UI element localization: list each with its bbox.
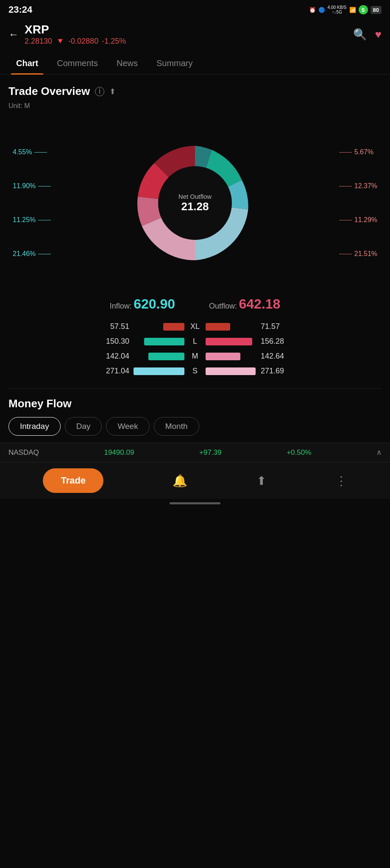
flow-l-right-val: 156.28 xyxy=(261,337,299,346)
flow-m-left-bar xyxy=(134,353,184,360)
tab-comments[interactable]: Comments xyxy=(47,53,107,74)
battery-badge: 80 xyxy=(370,6,382,14)
line-left-2 xyxy=(38,186,51,186)
trade-overview-title: Trade Overview xyxy=(8,85,90,98)
chart-label-right-4: 21.51% xyxy=(339,250,377,258)
price-change: -0.02880 xyxy=(68,37,98,46)
flow-row-s: 271.04 S 271.69 xyxy=(8,367,382,376)
nasdaq-chevron-icon[interactable]: ∧ xyxy=(376,448,382,457)
share-icon[interactable]: ⬆ xyxy=(109,87,116,96)
flow-m-category: M xyxy=(189,352,201,361)
money-flow-section: Money Flow Intraday Day Week Month xyxy=(8,388,382,442)
ticker-price: 2.28130 🔻 -0.02880 -1.25% xyxy=(25,36,126,46)
donut-chart: Net Outflow 21.28 xyxy=(131,139,259,267)
bluetooth-icon: 🔵 xyxy=(318,7,325,13)
flow-xl-right-val: 71.57 xyxy=(261,322,299,331)
bar-m-outflow xyxy=(206,353,240,360)
period-tab-month[interactable]: Month xyxy=(154,417,199,436)
period-tab-intraday[interactable]: Intraday xyxy=(8,417,61,436)
outflow-summary: Outflow: 642.18 xyxy=(209,296,280,312)
bar-l-inflow xyxy=(144,338,184,345)
donut-center: Net Outflow 21.28 xyxy=(178,193,212,213)
ticker-info: XRP 2.28130 🔻 -0.02880 -1.25% xyxy=(25,23,126,46)
chart-label-left-2: 11.90% xyxy=(13,182,51,190)
more-options-button[interactable]: ⋮ xyxy=(335,474,347,488)
tab-news[interactable]: News xyxy=(107,53,147,74)
section-header: Trade Overview i ⬆ xyxy=(8,85,382,98)
line-right-4 xyxy=(339,254,352,254)
line-right-1 xyxy=(339,152,352,153)
chart-label-right-1: 5.67% xyxy=(339,148,377,156)
period-tab-day[interactable]: Day xyxy=(65,417,102,436)
header-left: ← XRP 2.28130 🔻 -0.02880 -1.25% xyxy=(8,23,126,46)
nasdaq-name: NASDAQ xyxy=(8,448,39,457)
flow-summary: Inflow: 620.90 Outflow: 642.18 xyxy=(8,296,382,312)
status-time: 23:24 xyxy=(8,4,32,15)
donut-center-value: 21.28 xyxy=(178,200,212,213)
more-icon: ⋮ xyxy=(335,474,347,487)
price-value: 2.28130 xyxy=(25,37,52,46)
flow-s-right-bar xyxy=(206,367,256,375)
chart-label-left-4: 21.46% xyxy=(13,250,51,258)
chart-label-right-2: 12.37% xyxy=(339,182,377,190)
line-left-1 xyxy=(34,152,47,153)
flow-xl-category: XL xyxy=(189,322,201,331)
flow-s-category: S xyxy=(189,367,201,376)
signal-icon: 📶 xyxy=(349,7,356,13)
flow-m-right-bar xyxy=(206,353,256,360)
bar-s-outflow xyxy=(206,367,256,375)
nasdaq-price: 19490.09 xyxy=(104,448,134,457)
flow-table: 57.51 XL 71.57 150.30 L xyxy=(8,322,382,376)
info-icon[interactable]: i xyxy=(95,87,104,96)
flow-row-m: 142.04 M 142.64 xyxy=(8,352,382,361)
chart-labels-left: 4.55% 11.90% 11.25% 21.46% xyxy=(13,118,51,288)
favorite-button[interactable]: ♥ xyxy=(375,28,382,41)
flow-xl-left-bar xyxy=(134,323,184,331)
notifications-button[interactable]: 🔔 xyxy=(173,474,187,488)
unit-label: Unit: M xyxy=(8,102,382,110)
money-flow-title: Money Flow xyxy=(8,389,382,417)
line-left-4 xyxy=(38,254,51,254)
bar-xl-outflow xyxy=(206,323,230,331)
flow-l-category: L xyxy=(189,337,201,346)
bar-s-inflow xyxy=(134,367,184,375)
chart-labels-right: 5.67% 12.37% 11.29% 21.51% xyxy=(339,118,377,288)
nasdaq-change: +97.39 xyxy=(199,448,221,457)
outflow-value: 642.18 xyxy=(239,296,280,312)
bar-xl-inflow xyxy=(163,323,184,331)
tab-chart[interactable]: Chart xyxy=(7,53,47,74)
bottom-nav: Trade 🔔 ⬆ ⋮ xyxy=(0,462,390,499)
flow-s-right-val: 271.69 xyxy=(261,367,299,376)
flow-s-left-bar xyxy=(134,367,184,375)
period-tabs: Intraday Day Week Month xyxy=(8,417,382,436)
search-button[interactable]: 🔍 xyxy=(353,28,367,41)
flow-l-right-bar xyxy=(206,338,256,345)
bar-m-inflow xyxy=(148,353,184,360)
nasdaq-bar: NASDAQ 19490.09 +97.39 +0.50% ∧ xyxy=(0,442,390,462)
flow-row-l: 150.30 L 156.28 xyxy=(8,337,382,346)
network-type: ↑↓5G xyxy=(332,10,342,14)
share-nav-icon: ⬆ xyxy=(256,474,266,487)
network-speed: 4.00 KB/S xyxy=(328,5,347,10)
chart-label-left-3: 11.25% xyxy=(13,216,51,224)
home-indicator xyxy=(170,502,220,504)
flow-l-left-val: 150.30 xyxy=(91,337,129,346)
alarm-icon: ⏰ xyxy=(309,7,316,13)
tab-summary[interactable]: Summary xyxy=(147,53,202,74)
back-button[interactable]: ← xyxy=(8,28,19,40)
flow-s-left-val: 271.04 xyxy=(91,367,129,376)
flow-l-left-bar xyxy=(134,338,184,345)
inflow-value: 620.90 xyxy=(134,296,175,312)
status-icons: ⏰ 🔵 4.00 KB/S ↑↓5G 📶 $ 80 xyxy=(309,5,382,14)
flow-xl-right-bar xyxy=(206,323,256,331)
period-tab-week[interactable]: Week xyxy=(106,417,149,436)
line-right-3 xyxy=(339,220,352,220)
trade-overview-section: Trade Overview i ⬆ Unit: M 4.55% 11.90% … xyxy=(8,85,382,376)
trade-button[interactable]: Trade xyxy=(43,468,103,493)
share-button[interactable]: ⬆ xyxy=(256,474,266,488)
nasdaq-pct: +0.50% xyxy=(287,448,311,457)
ticker-name: XRP xyxy=(25,23,126,36)
flow-m-right-val: 142.64 xyxy=(261,352,299,361)
flow-row-xl: 57.51 XL 71.57 xyxy=(8,322,382,331)
line-right-2 xyxy=(339,186,352,186)
